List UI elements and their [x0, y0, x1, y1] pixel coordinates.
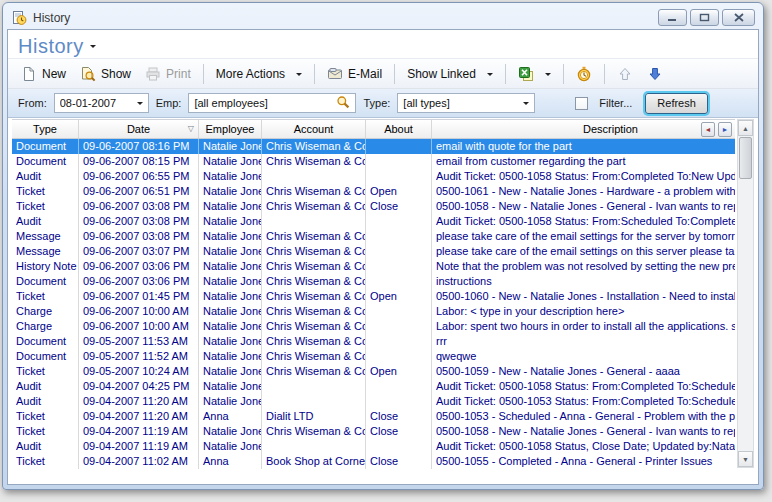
scroll-columns-right-button[interactable]: ► — [718, 122, 732, 137]
cell-description: Audit Ticket: 0500-1058 Status: From:Com… — [432, 379, 735, 394]
table-row[interactable]: Ticket09-04-2007 11:19 AMNatalie JoneChr… — [12, 424, 735, 439]
column-header-type[interactable]: Type — [12, 120, 79, 138]
table-row[interactable]: Ticket09-06-2007 03:08 PMNatalie JoneChr… — [12, 199, 735, 214]
table-row[interactable]: Message09-06-2007 03:08 PMNatalie JoneCh… — [12, 229, 735, 244]
cell-type: Ticket — [12, 454, 79, 469]
cell-description: Audit Ticket: 0500-1058 Status, Close Da… — [432, 439, 735, 454]
cell-employee: Anna — [199, 454, 262, 469]
employee-search-field[interactable]: [all employees] — [188, 93, 356, 113]
type-label: Type: — [363, 97, 390, 109]
cell-description: 0500-1053 - Scheduled - Anna - General -… — [432, 409, 735, 424]
refresh-button[interactable]: Refresh — [645, 93, 708, 114]
table-row[interactable]: Document09-05-2007 11:53 AMNatalie JoneC… — [12, 334, 735, 349]
cell-employee: Natalie Jone — [199, 184, 262, 199]
maximize-button[interactable] — [690, 9, 719, 26]
cell-about: Close — [366, 409, 432, 424]
table-row[interactable]: Document09-06-2007 08:16 PMNatalie JoneC… — [12, 139, 735, 154]
move-down-button[interactable] — [640, 63, 670, 85]
titlebar[interactable]: History — [3, 3, 763, 29]
cell-type: Ticket — [12, 184, 79, 199]
table-row[interactable]: Charge09-06-2007 10:00 AMNatalie JoneChr… — [12, 319, 735, 334]
cell-type: Audit — [12, 169, 79, 184]
export-excel-button[interactable] — [511, 63, 558, 85]
page-title-menu-caret-icon[interactable] — [90, 45, 96, 51]
cell-employee: Natalie Jone — [199, 394, 262, 409]
table-row[interactable]: Audit09-04-2007 11:19 AMNatalie JoneAudi… — [12, 439, 735, 454]
timer-button[interactable] — [569, 63, 599, 85]
table-row[interactable]: Ticket09-05-2007 10:24 AMNatalie JoneChr… — [12, 364, 735, 379]
scroll-down-button[interactable]: ▼ — [738, 451, 753, 467]
history-app-icon — [11, 10, 27, 26]
email-button[interactable]: E-Mail — [320, 63, 389, 85]
new-button[interactable]: New — [14, 63, 73, 85]
cell-employee: Natalie Jone — [199, 139, 262, 154]
table-row[interactable]: Charge09-06-2007 10:00 AMNatalie JoneChr… — [12, 304, 735, 319]
from-date-combobox[interactable]: 08-01-2007 — [54, 93, 149, 113]
cell-description: Labor: < type in your description here> — [432, 304, 735, 319]
cell-employee: Natalie Jone — [199, 334, 262, 349]
column-header-description[interactable]: Description ◄ ► — [432, 120, 735, 138]
table-row[interactable]: Ticket09-06-2007 01:45 PMNatalie JoneChr… — [12, 289, 735, 304]
cell-account: Chris Wiseman & Co, A — [262, 274, 366, 289]
table-row[interactable]: Audit09-06-2007 06:55 PMNatalie JoneAudi… — [12, 169, 735, 184]
scroll-up-button[interactable]: ▲ — [738, 120, 753, 136]
cell-about — [366, 274, 432, 289]
minimize-button[interactable] — [658, 9, 687, 26]
cell-account: Chris Wiseman & Co, A — [262, 349, 366, 364]
column-header-about[interactable]: About — [366, 120, 432, 138]
cell-type: Document — [12, 349, 79, 364]
scrollbar-thumb[interactable] — [739, 137, 752, 179]
table-row[interactable]: Document09-06-2007 08:15 PMNatalie JoneC… — [12, 154, 735, 169]
search-icon[interactable] — [336, 95, 350, 111]
cell-description: please take care of the email settings f… — [432, 229, 735, 244]
scroll-columns-left-button[interactable]: ◄ — [701, 122, 715, 137]
cell-account — [262, 394, 366, 409]
column-header-account[interactable]: Account — [262, 120, 366, 138]
cell-date: 09-04-2007 04:25 PM — [79, 379, 199, 394]
table-row[interactable]: Audit09-06-2007 03:08 PMNatalie JoneAudi… — [12, 214, 735, 229]
close-button[interactable] — [722, 9, 755, 26]
table-row[interactable]: Message09-06-2007 03:07 PMNatalie JoneCh… — [12, 244, 735, 259]
arrow-down-icon — [647, 66, 663, 82]
vertical-scrollbar[interactable]: ▲ ▼ — [737, 119, 754, 468]
cell-type: Ticket — [12, 364, 79, 379]
type-combobox[interactable]: [all types] — [397, 93, 535, 113]
print-button[interactable]: Print — [138, 63, 198, 85]
show-linked-button[interactable]: Show Linked — [400, 64, 500, 84]
cell-about — [366, 229, 432, 244]
cell-employee: Natalie Jone — [199, 169, 262, 184]
table-row[interactable]: Ticket09-06-2007 06:51 PMNatalie JoneChr… — [12, 184, 735, 199]
table-row[interactable]: Ticket09-04-2007 11:20 AMAnnaDialit LTDC… — [12, 409, 735, 424]
table-row[interactable]: Audit09-04-2007 11:20 AMNatalie JoneAudi… — [12, 394, 735, 409]
show-button[interactable]: Show — [73, 63, 138, 85]
show-linked-caret-icon — [487, 73, 493, 79]
table-row[interactable]: Document09-06-2007 03:06 PMNatalie JoneC… — [12, 274, 735, 289]
table-row[interactable]: Audit09-04-2007 04:25 PMNatalie JoneAudi… — [12, 379, 735, 394]
sort-indicator-icon: ▽ — [188, 124, 194, 133]
cell-about: Close — [366, 424, 432, 439]
cell-account: Chris Wiseman & Co, A — [262, 424, 366, 439]
column-header-employee[interactable]: Employee — [199, 120, 262, 138]
cell-date: 09-04-2007 11:20 AM — [79, 394, 199, 409]
cell-date: 09-06-2007 03:08 PM — [79, 229, 199, 244]
cell-about — [366, 319, 432, 334]
cell-about: Close — [366, 454, 432, 469]
cell-description: 0500-1061 - New - Natalie Jones - Hardwa… — [432, 184, 735, 199]
column-header-date[interactable]: Date ▽ — [79, 120, 199, 138]
cell-account: Chris Wiseman & Co, A — [262, 244, 366, 259]
table-row[interactable]: Ticket09-04-2007 11:02 AMAnnaBook Shop a… — [12, 454, 735, 469]
table-row[interactable]: Document09-05-2007 11:52 AMNatalie JoneC… — [12, 349, 735, 364]
toolbar-separator — [314, 64, 315, 84]
table-row[interactable]: History Note09-06-2007 03:06 PMNatalie J… — [12, 259, 735, 274]
cell-date: 09-05-2007 10:24 AM — [79, 364, 199, 379]
toolbar-separator — [394, 64, 395, 84]
cell-type: Document — [12, 139, 79, 154]
email-button-label: E-Mail — [348, 67, 382, 81]
more-actions-button[interactable]: More Actions — [209, 64, 309, 84]
cell-account: Chris Wiseman & Co, A — [262, 319, 366, 334]
move-up-button[interactable] — [610, 63, 640, 85]
cell-description: email with quote for the part — [432, 139, 735, 154]
cell-type: Ticket — [12, 409, 79, 424]
filter-checkbox[interactable] — [575, 97, 588, 110]
cell-employee: Natalie Jone — [199, 229, 262, 244]
